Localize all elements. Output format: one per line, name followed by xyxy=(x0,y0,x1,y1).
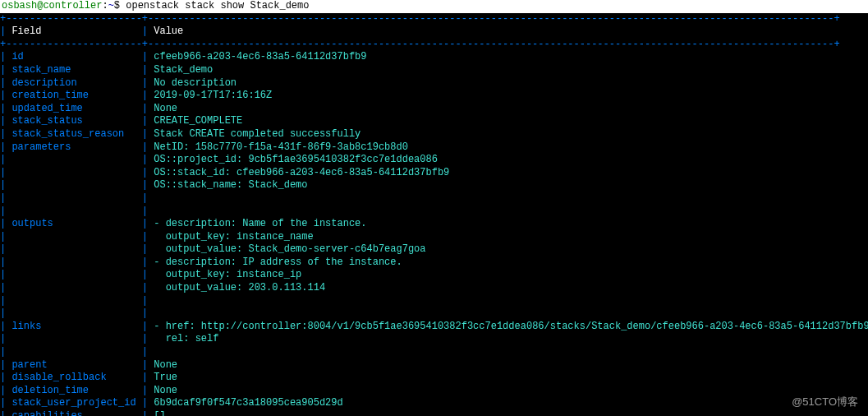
watermark: @51CTO博客 xyxy=(792,395,858,409)
prompt-path: ~ xyxy=(108,0,114,12)
command-output: +-----------------------+---------------… xyxy=(0,13,868,416)
prompt-symbol: $ xyxy=(114,0,120,12)
terminal[interactable]: osbash@controller:~$ openstack stack sho… xyxy=(0,0,868,416)
command: openstack stack show Stack_demo xyxy=(126,0,309,12)
prompt-line: osbash@controller:~$ openstack stack sho… xyxy=(0,0,868,13)
prompt-user-host: osbash@controller xyxy=(2,0,102,12)
